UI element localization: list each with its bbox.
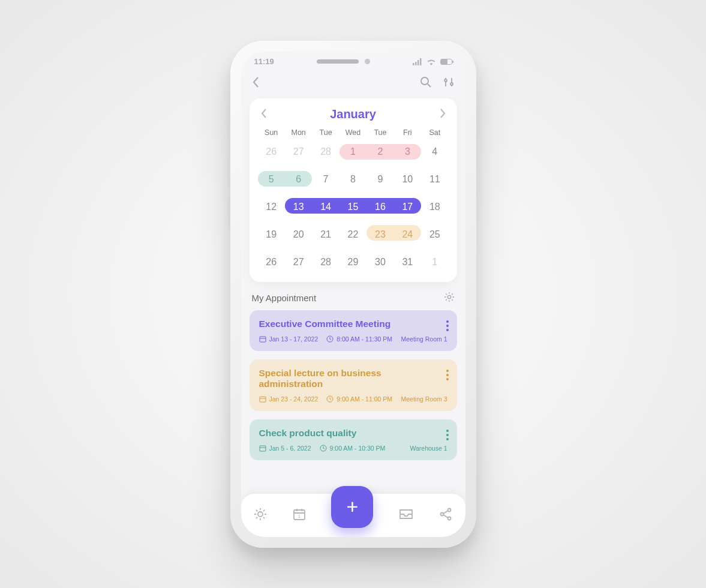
svg-line-38 (443, 515, 448, 518)
calendar-day[interactable]: 11 (421, 170, 448, 188)
svg-rect-14 (260, 397, 266, 402)
appointment-location: Warehouse 1 (410, 445, 447, 452)
svg-line-25 (256, 510, 257, 511)
appointment-location: Meeting Room 1 (401, 335, 447, 343)
more-icon[interactable] (446, 368, 449, 382)
svg-rect-0 (413, 63, 414, 65)
nav-calendar-icon[interactable]: 1 (292, 507, 307, 524)
svg-line-26 (263, 517, 265, 518)
nav-inbox-icon[interactable] (398, 508, 414, 523)
calendar-day[interactable]: 5 (258, 170, 285, 188)
svg-rect-1 (415, 62, 417, 65)
clock-icon: 9:00 AM - 11:00 PM (326, 395, 392, 403)
calendar-day[interactable]: 1 (421, 253, 448, 271)
clock-icon: 8:00 AM - 11:30 PM (326, 335, 392, 343)
calendar-small-icon: Jan 5 - 6, 2022 (259, 445, 311, 452)
prev-month-button[interactable] (258, 106, 270, 124)
calendar-day[interactable]: 9 (366, 170, 393, 188)
svg-point-9 (450, 83, 453, 85)
calendar-day[interactable]: 28 (312, 143, 339, 161)
nav-brightness-icon[interactable] (253, 507, 268, 524)
calendar-day[interactable]: 23 (366, 226, 393, 244)
search-icon[interactable] (420, 76, 432, 91)
more-icon[interactable] (446, 428, 449, 442)
svg-text:1: 1 (298, 514, 301, 519)
appointment-card[interactable]: Special lecture on business administrati… (250, 359, 457, 411)
svg-rect-11 (260, 337, 266, 342)
calendar-day[interactable]: 25 (421, 226, 448, 244)
calendar-day[interactable]: 14 (312, 198, 339, 216)
calendar-day[interactable]: 2 (366, 143, 393, 161)
camera-dot (365, 59, 370, 64)
appointment-time: 9:00 AM - 11:00 PM (337, 395, 392, 403)
settings-icon[interactable] (444, 292, 455, 304)
svg-point-7 (444, 79, 447, 82)
appointment-location: Meeting Room 3 (401, 395, 447, 403)
speaker-pill (317, 59, 359, 64)
svg-line-37 (443, 511, 448, 514)
calendar-small-icon: Jan 23 - 24, 2022 (259, 395, 319, 403)
svg-line-28 (263, 510, 265, 511)
section-title: My Appointment (252, 293, 317, 303)
calendar-day[interactable]: 4 (421, 143, 448, 161)
top-nav (241, 72, 465, 95)
svg-rect-17 (260, 446, 266, 451)
svg-line-27 (256, 517, 257, 518)
clock-icon: 9:00 AM - 10:30 PM (320, 445, 386, 452)
appointment-card[interactable]: Executive Committee Meeting Jan 13 - 17,… (250, 310, 457, 351)
appointment-card[interactable]: Check product quality Jan 5 - 6, 2022 9:… (250, 419, 457, 460)
more-icon[interactable] (446, 319, 449, 333)
calendar-day[interactable]: 26 (258, 253, 285, 271)
appointment-date: Jan 13 - 17, 2022 (269, 335, 319, 343)
calendar-day[interactable]: 3 (394, 143, 421, 161)
calendar-day[interactable]: 13 (285, 198, 312, 216)
appointment-date: Jan 23 - 24, 2022 (269, 395, 319, 403)
calendar-day[interactable]: 29 (340, 253, 366, 271)
status-bar: 11:19 (241, 52, 465, 72)
calendar-day[interactable]: 20 (285, 226, 312, 244)
appointment-time: 8:00 AM - 11:30 PM (337, 335, 392, 343)
nav-share-icon[interactable] (438, 507, 453, 524)
calendar-day[interactable]: 18 (421, 198, 448, 216)
battery-icon (440, 59, 452, 65)
calendar-day[interactable]: 17 (394, 198, 421, 216)
svg-point-20 (258, 512, 263, 517)
calendar-day[interactable]: 8 (340, 170, 366, 188)
signal-icon (413, 58, 422, 65)
appointment-time: 9:00 AM - 10:30 PM (330, 445, 386, 452)
filter-icon[interactable] (443, 76, 455, 91)
calendar-day[interactable]: 30 (366, 253, 393, 271)
calendar-small-icon: Jan 13 - 17, 2022 (259, 335, 319, 343)
calendar-day[interactable]: 21 (312, 226, 339, 244)
phone-frame: 11:19 (230, 41, 476, 548)
calendar-day[interactable]: 24 (394, 226, 421, 244)
calendar-day[interactable]: 1 (340, 143, 366, 161)
bottom-nav: 1 + (241, 494, 465, 537)
calendar-day[interactable]: 27 (285, 253, 312, 271)
back-button[interactable] (252, 76, 260, 91)
calendar-day[interactable]: 6 (285, 170, 312, 188)
calendar-day[interactable]: 15 (340, 198, 366, 216)
calendar-day[interactable]: 28 (312, 253, 339, 271)
calendar-day[interactable]: 10 (394, 170, 421, 188)
calendar-day[interactable]: 19 (258, 226, 285, 244)
day-of-week-row: Sun Mon Tue Wed Tue Fri Sat (258, 128, 449, 137)
calendar-day[interactable]: 31 (394, 253, 421, 271)
calendar-card: January Sun Mon Tue Wed Tue Fri Sat (250, 98, 457, 282)
calendar-day[interactable]: 26 (258, 143, 285, 161)
appointment-date: Jan 5 - 6, 2022 (269, 445, 311, 452)
calendar-day[interactable]: 12 (258, 198, 285, 216)
appointment-title: Executive Committee Meeting (259, 319, 447, 329)
calendar-day[interactable]: 27 (285, 143, 312, 161)
calendar-grid: 2627281234567891011121314151617181920212… (258, 143, 449, 271)
svg-line-5 (428, 84, 431, 87)
calendar-day[interactable]: 22 (340, 226, 366, 244)
next-month-button[interactable] (437, 106, 449, 124)
appointment-title: Special lecture on business administrati… (259, 368, 447, 389)
calendar-day[interactable]: 16 (366, 198, 393, 216)
wifi-icon (426, 58, 436, 65)
calendar-day[interactable]: 7 (312, 170, 339, 188)
svg-point-4 (421, 77, 428, 85)
svg-rect-2 (417, 60, 419, 65)
add-button[interactable]: + (331, 486, 373, 528)
